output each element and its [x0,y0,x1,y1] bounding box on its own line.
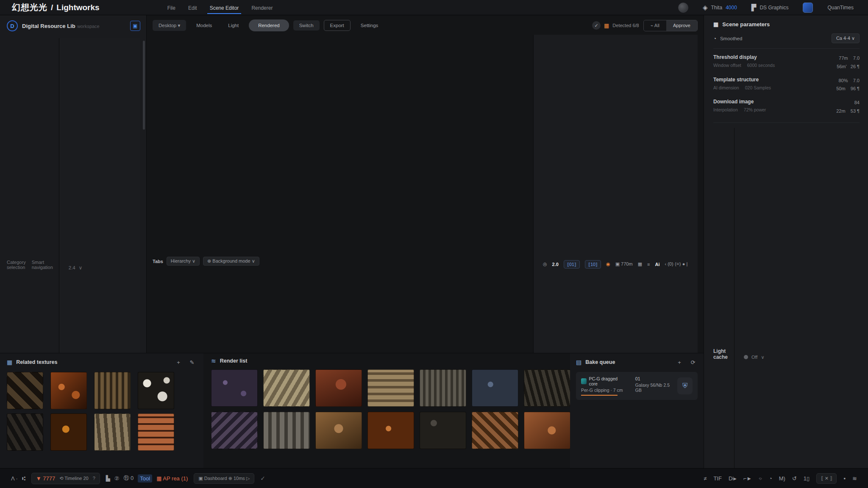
texture-swatch[interactable] [367,369,414,407]
texture-swatch[interactable] [138,413,174,451]
hierarchy-dropdown[interactable]: Hierarchy ∨ [167,257,200,266]
texture-swatch[interactable] [524,412,570,449]
viewport-toolbar: Desktop ▾ Models Light Rendered Switch E… [147,15,704,35]
target-icon[interactable]: ◉ [606,261,610,267]
settings-button[interactable]: Settings [355,20,384,30]
dashboard-group[interactable]: ▣ Dashboard ⊕ 10ms ▷ [194,473,254,484]
texture-swatch[interactable] [211,412,258,449]
lambda-icon[interactable]: Λ · [11,475,18,482]
partner-logo-1[interactable]: ◈ Thita 4000 [703,4,737,11]
equalizer-icon[interactable]: ≠ [704,475,707,482]
timeline-group[interactable]: ▼ 7777 ⟲ Timeline 20 ? [31,473,100,484]
menu-item[interactable]: Scene Editor [209,1,240,14]
segment-approve[interactable]: Approve [666,20,697,31]
playback-controls[interactable]: ‹ (0) ⟨=⟩ ● | [665,261,687,267]
background-dropdown[interactable]: ⊕ Background mode ∨ [203,257,259,266]
texture-swatch[interactable] [50,413,87,451]
desktop-dropdown[interactable]: Desktop ▾ [153,20,186,31]
view-segmented-toggle: ⌁ All Approve [643,20,698,31]
light-cache-label: Light cache [713,348,734,360]
texture-swatch[interactable] [524,369,570,407]
texture-panel-icon: ▦ [7,359,12,366]
list-icon[interactable]: ≡ [647,262,650,267]
image-mode-button[interactable]: ▣ [130,21,140,31]
partner-logo-2[interactable]: ▛ DS Graphics [751,4,789,11]
segment-all[interactable]: ⌁ All [644,20,666,31]
models-button[interactable]: Models [190,20,218,30]
texture-swatch[interactable] [315,369,362,407]
frame-icon[interactable]: 1▯ [804,475,810,482]
toggle-state[interactable]: Off [751,355,757,360]
partner-logo-3[interactable]: QuanTimes [827,5,854,11]
add-bake-button[interactable]: + [675,358,684,367]
category-dropdown[interactable]: Category selection [7,260,26,270]
render-list-title: Render list [220,358,248,364]
user-avatar[interactable] [678,3,688,13]
texture-swatch[interactable] [367,412,414,449]
direct-button[interactable]: Di▸ [729,475,737,482]
bake-tab-active[interactable]: PC-G dragged core Per-G clipping · 7 cm [581,376,623,396]
app-store-icon[interactable] [803,3,813,13]
chevron-down-icon[interactable]: ∨ [761,355,764,360]
menu-item[interactable]: Renderer [250,1,273,14]
switch-button[interactable]: Switch [293,20,320,30]
chevron-down-icon[interactable]: ∨ [79,265,82,271]
navigation-dropdown[interactable]: Smart navigation [32,260,53,270]
detect-status: ✓ ▦ Detected 6/8 [592,21,639,30]
property-group: Threshold display Window offset6000 seco… [713,54,860,71]
loop-icon[interactable]: ↺ [792,475,797,482]
palette-icon[interactable]: ◔ [769,475,772,482]
layer-chip-01[interactable]: ⟦01⟧ [564,260,580,269]
texture-swatch[interactable] [50,372,87,409]
probe-icon[interactable]: ⌔ [759,475,762,482]
texture-swatch[interactable] [420,412,466,449]
texture-swatch[interactable] [94,372,131,409]
tool-active-button[interactable]: Tool [138,474,152,482]
refresh-bake-button[interactable]: ⟳ [688,358,698,367]
library-title: Digital Resource Lib [22,23,75,29]
layer-chip-10[interactable]: ⟦10⟧ [585,260,601,269]
minimize-icon[interactable]: ▪ [843,475,846,482]
export-button[interactable]: Export [324,20,351,31]
light-button[interactable]: Light [222,20,245,30]
chart-icon[interactable]: ▙ [106,475,110,482]
clipboard-icon[interactable]: ⑆ [22,475,25,482]
texture-swatch[interactable] [94,413,131,451]
texture-swatch[interactable] [472,369,518,407]
toggle-dot[interactable] [744,355,748,359]
property-group: Download image Interpolation72% power 84… [713,99,860,116]
ap-alert-group[interactable]: ▦ AP rea (1) [156,475,188,482]
smoothed-value-dropdown[interactable]: Ca 4·4 ∨ [832,33,860,43]
menu-item[interactable]: File [167,1,176,14]
film-icon[interactable]: ▦ [638,261,642,267]
texture-swatch[interactable] [7,372,43,409]
check-circle-icon[interactable]: ✓ [592,21,601,30]
tif-format-button[interactable]: TIF [713,475,722,482]
rendered-mode-button[interactable]: Rendered [249,19,289,31]
texture-swatch[interactable] [472,412,518,449]
texture-swatch[interactable] [211,369,258,407]
crop-bracket-control[interactable]: ⟦ ✕ ⟧ [816,473,837,484]
texture-swatch[interactable] [263,369,310,407]
texture-swatch[interactable] [315,412,362,449]
add-texture-button[interactable]: + [174,358,183,367]
badge-2-icon[interactable]: ② [114,475,120,482]
shield-icon[interactable]: ⛨ [677,377,693,394]
sidebar-scrollbar[interactable] [143,41,145,130]
bake-tab-secondary[interactable]: 01 Galaxy 56/Nb 2.5 GB [635,376,673,396]
levels-icon[interactable]: ≋ [852,475,857,482]
texture-swatch[interactable] [138,372,174,409]
gizmo-icon[interactable]: ◎ [543,261,547,267]
texture-swatch[interactable] [7,413,43,451]
paint-texture-button[interactable]: ✎ [187,358,197,367]
ai-button[interactable]: Ai [655,262,659,267]
book-icon: ▛ [751,4,757,11]
menu-item[interactable]: Edit [187,1,198,14]
counter-icon[interactable]: ⑪ 0 [123,474,134,482]
status-bar: Λ · ⑆ ▼ 7777 ⟲ Timeline 20 ? ▙ ② ⑪ 0 Too… [0,468,868,488]
related-textures-title: Related textures [16,359,57,365]
memory-icon[interactable]: M) [779,475,785,482]
texture-swatch[interactable] [420,369,466,407]
key-icon[interactable]: ⌐► [743,475,752,482]
texture-swatch[interactable] [263,412,310,449]
